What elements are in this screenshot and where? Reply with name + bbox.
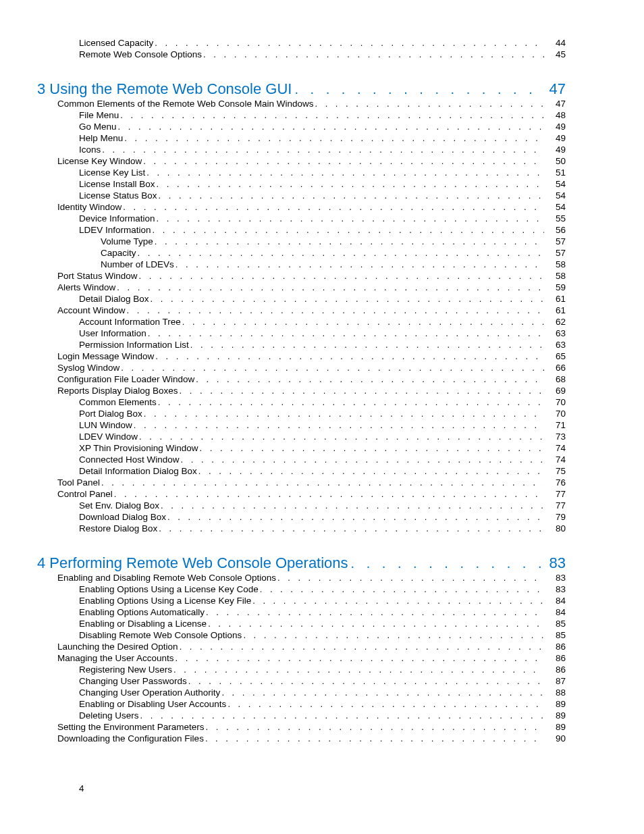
toc-entry[interactable]: User Information63 xyxy=(37,328,566,339)
toc-chapter-heading[interactable]: 3 Using the Remote Web Console GUI47 xyxy=(37,80,566,98)
toc-entry[interactable]: Go Menu49 xyxy=(37,121,566,132)
toc-entry[interactable]: Port Dialog Box70 xyxy=(37,408,566,419)
toc-entry[interactable]: Number of LDEVs58 xyxy=(37,259,566,270)
toc-chapter-heading[interactable]: 4 Performing Remote Web Console Operatio… xyxy=(37,554,566,572)
toc-entry[interactable]: Common Elements of the Remote Web Consol… xyxy=(37,98,566,109)
toc-entry-page: 49 xyxy=(545,144,566,155)
toc-leader-dots xyxy=(176,652,544,664)
toc-entry-label: User Information xyxy=(79,328,146,339)
toc-entry[interactable]: Connected Host Window74 xyxy=(37,454,566,465)
toc-entry-label: File Menu xyxy=(79,109,119,121)
toc-leader-dots xyxy=(124,132,544,144)
toc-entry[interactable]: Configuration File Loader Window68 xyxy=(37,373,566,385)
toc-entry[interactable]: Download Dialog Box79 xyxy=(37,511,566,523)
toc-entry[interactable]: Reports Display Dialog Boxes69 xyxy=(37,385,566,396)
toc-entry-page: 79 xyxy=(545,511,566,523)
toc-entry[interactable]: Setting the Environment Parameters89 xyxy=(37,721,566,733)
toc-entry[interactable]: Device Information55 xyxy=(37,213,566,224)
toc-leader-dots xyxy=(139,270,544,282)
toc-entry-label: Enabling Options Automatically xyxy=(79,606,205,618)
toc-entry[interactable]: Set Env. Dialog Box77 xyxy=(37,500,566,511)
toc-entry-page: 50 xyxy=(545,155,566,167)
page-number: 4 xyxy=(79,783,84,793)
toc-entry[interactable]: Downloading the Configuration Files90 xyxy=(37,733,566,744)
toc-leader-dots xyxy=(243,629,544,641)
toc-entry[interactable]: Control Panel77 xyxy=(37,488,566,500)
table-of-contents: Licensed Capacity44Remote Web Console Op… xyxy=(37,37,566,744)
toc-entry-page: 55 xyxy=(545,213,566,224)
toc-entry[interactable]: Permission Information List63 xyxy=(37,339,566,350)
toc-entry-page: 86 xyxy=(545,652,566,664)
toc-entry-label: Enabling or Disabling a License xyxy=(79,618,207,629)
toc-entry[interactable]: XP Thin Provisioning Window74 xyxy=(37,442,566,454)
toc-entry[interactable]: Alerts Window59 xyxy=(37,282,566,293)
toc-entry[interactable]: Help Menu49 xyxy=(37,132,566,144)
toc-entry-page: 61 xyxy=(545,305,566,316)
toc-leader-dots xyxy=(252,595,544,606)
toc-entry[interactable]: Identity Window54 xyxy=(37,201,566,213)
toc-entry-label: Device Information xyxy=(79,213,155,224)
toc-leader-dots xyxy=(117,282,544,293)
toc-entry-page: 73 xyxy=(545,431,566,442)
toc-entry[interactable]: Enabling Options Using a License Key Cod… xyxy=(37,583,566,595)
toc-entry[interactable]: Managing the User Accounts86 xyxy=(37,652,566,664)
toc-entry[interactable]: LDEV Window73 xyxy=(37,431,566,442)
toc-entry-page: 54 xyxy=(545,190,566,201)
toc-entry[interactable]: Account Information Tree62 xyxy=(37,316,566,328)
toc-entry[interactable]: Account Window61 xyxy=(37,305,566,316)
toc-entry-label: Account Information Tree xyxy=(79,316,181,328)
toc-entry[interactable]: Remote Web Console Options45 xyxy=(37,49,566,60)
toc-entry[interactable]: Enabling Options Automatically84 xyxy=(37,606,566,618)
toc-entry[interactable]: License Status Box54 xyxy=(37,190,566,201)
toc-entry-label: Registering New Users xyxy=(79,664,172,675)
toc-entry[interactable]: Syslog Window66 xyxy=(37,362,566,373)
toc-entry[interactable]: Licensed Capacity44 xyxy=(37,37,566,49)
toc-entry[interactable]: Launching the Desired Option86 xyxy=(37,641,566,652)
toc-entry[interactable]: Login Message Window65 xyxy=(37,350,566,362)
toc-entry-page: 80 xyxy=(545,523,566,534)
toc-entry[interactable]: Disabling Remote Web Console Options85 xyxy=(37,629,566,641)
document-page: Licensed Capacity44Remote Web Console Op… xyxy=(0,0,644,834)
toc-entry-page: 58 xyxy=(545,259,566,270)
toc-entry-label: Port Dialog Box xyxy=(79,408,142,419)
toc-entry[interactable]: File Menu48 xyxy=(37,109,566,121)
toc-entry[interactable]: Registering New Users86 xyxy=(37,664,566,675)
toc-entry[interactable]: Volume Type57 xyxy=(37,236,566,247)
toc-entry-label: Configuration File Loader Window xyxy=(57,373,194,385)
toc-leader-dots xyxy=(161,500,544,511)
toc-entry-page: 63 xyxy=(545,328,566,339)
toc-entry-page: 76 xyxy=(545,477,566,488)
toc-entry[interactable]: Detail Information Dialog Box75 xyxy=(37,465,566,477)
toc-entry[interactable]: LDEV Information56 xyxy=(37,224,566,236)
toc-leader-dots xyxy=(140,710,544,721)
toc-entry[interactable]: Capacity57 xyxy=(37,247,566,259)
toc-leader-dots xyxy=(190,339,544,350)
toc-entry[interactable]: Icons49 xyxy=(37,144,566,155)
toc-entry-page: 57 xyxy=(545,247,566,259)
toc-entry[interactable]: Tool Panel76 xyxy=(37,477,566,488)
toc-entry-label: Go Menu xyxy=(79,121,117,132)
toc-entry[interactable]: Changing User Passwords87 xyxy=(37,675,566,687)
toc-entry-label: Changing User Operation Authority xyxy=(79,687,220,698)
toc-leader-dots xyxy=(144,408,544,419)
toc-entry[interactable]: LUN Window71 xyxy=(37,419,566,431)
toc-entry[interactable]: Restore Dialog Box80 xyxy=(37,523,566,534)
toc-entry[interactable]: Enabling or Disabling User Accounts89 xyxy=(37,698,566,710)
toc-chapter-page: 47 xyxy=(545,80,566,98)
toc-entry-label: Control Panel xyxy=(57,488,113,500)
toc-entry[interactable]: License Key Window50 xyxy=(37,155,566,167)
toc-entry-label: License Install Box xyxy=(79,178,155,190)
toc-entry[interactable]: Deleting Users89 xyxy=(37,710,566,721)
toc-entry[interactable]: Common Elements70 xyxy=(37,396,566,408)
toc-entry[interactable]: Enabling and Disabling Remote Web Consol… xyxy=(37,572,566,583)
toc-entry[interactable]: Port Status Window58 xyxy=(37,270,566,282)
toc-entry-page: 62 xyxy=(545,316,566,328)
toc-entry[interactable]: License Install Box54 xyxy=(37,178,566,190)
toc-entry[interactable]: Changing User Operation Authority88 xyxy=(37,687,566,698)
toc-entry[interactable]: Enabling Options Using a License Key Fil… xyxy=(37,595,566,606)
toc-entry[interactable]: Enabling or Disabling a License85 xyxy=(37,618,566,629)
toc-entry[interactable]: Detail Dialog Box61 xyxy=(37,293,566,305)
toc-entry-page: 88 xyxy=(545,687,566,698)
toc-entry-page: 74 xyxy=(545,454,566,465)
toc-entry[interactable]: License Key List51 xyxy=(37,167,566,178)
